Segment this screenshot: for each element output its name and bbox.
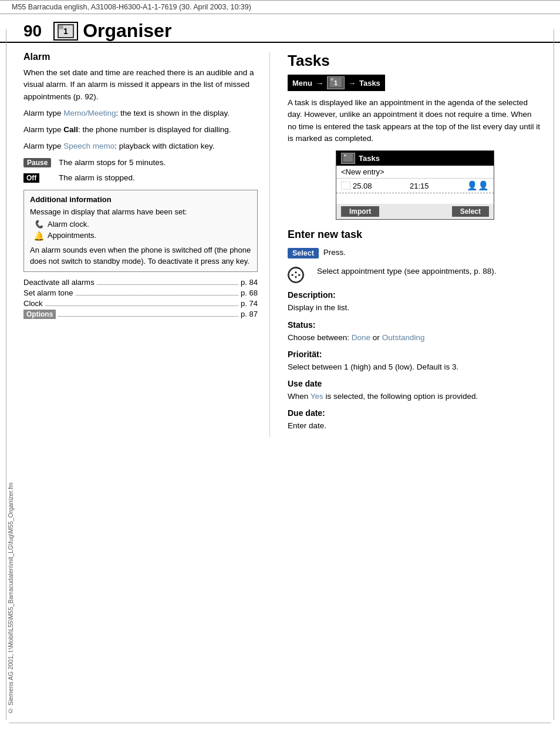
phone-screen: Tasks <New entry> 25.08 21:15 👤👤 Import … xyxy=(336,150,494,220)
right-border xyxy=(554,29,554,720)
description-text: Display in the list. xyxy=(288,302,542,314)
alarm-para3: Alarm type Call: the phone number is dis… xyxy=(23,124,258,136)
bullet-appointments: 🔔 Appointments. xyxy=(30,231,251,241)
toc-label-clock: Clock xyxy=(23,299,43,308)
select-action-row: Select Press. xyxy=(288,247,542,258)
enter-new-task-heading: Enter new task xyxy=(288,229,542,241)
phone-data-row: 25.08 21:15 👤👤 xyxy=(336,179,494,193)
alarm-bell-icon: 🔔 xyxy=(30,231,48,241)
tasks-heading: Tasks xyxy=(288,52,542,70)
footer-line xyxy=(9,723,551,723)
person-icons: 👤👤 xyxy=(467,180,489,191)
nav-action-text: Select appointment type (see appointment… xyxy=(317,266,496,277)
tasks-nav-label: Tasks xyxy=(359,79,380,88)
alarm-term-speech: Speech memo xyxy=(63,142,114,150)
new-entry-text: <New entry> xyxy=(341,167,384,176)
info-box-para: An alarm sounds even when the phone is s… xyxy=(30,245,251,266)
page-title-row: 90 1 Organiser xyxy=(0,14,560,43)
left-border xyxy=(6,29,6,720)
svg-rect-8 xyxy=(341,182,350,190)
new-entry-row: <New entry> xyxy=(336,166,494,179)
phone-screen-title: Tasks xyxy=(336,151,494,166)
alarm-heading: Alarm xyxy=(23,52,258,62)
calendar-icon xyxy=(341,182,350,190)
off-row: Off The alarm is stopped. xyxy=(23,173,258,184)
page-number: 90 xyxy=(23,22,42,41)
phone-screen-icon xyxy=(341,153,355,164)
alarm-para2: Alarm type Memo/Meeting: the text is sho… xyxy=(23,108,258,119)
main-content: Alarm When the set date and time are rea… xyxy=(0,52,560,437)
svg-rect-4 xyxy=(330,78,333,80)
svg-text:1: 1 xyxy=(63,26,68,36)
alarm-section: Alarm When the set date and time are rea… xyxy=(23,52,270,437)
alarm-para4: Alarm type Speech memo: playback with di… xyxy=(23,140,258,152)
status-heading: Status: xyxy=(288,320,542,330)
page-icon: 1 xyxy=(53,22,78,41)
toc-clock: Clock p. 74 xyxy=(23,299,258,308)
tasks-section: Tasks Menu → 1 → Tasks A task is display… xyxy=(270,52,542,437)
prioritat-text: Select between 1 (high) and 5 (low). Def… xyxy=(288,361,542,373)
toc-deactivate: Deactivate all alarms p. 84 xyxy=(23,278,258,287)
phone-time: 21:15 xyxy=(410,182,429,190)
status-text: Choose between: Done or Outstanding xyxy=(288,332,542,344)
due-date-text: Enter date. xyxy=(288,420,542,432)
toc-dots-3 xyxy=(45,305,239,306)
svg-text:▼: ▼ xyxy=(294,275,298,279)
toc-page-deactivate: p. 84 xyxy=(241,278,258,287)
use-date-text: When Yes is selected, the following opti… xyxy=(288,391,542,402)
svg-text:►: ► xyxy=(298,273,301,277)
phone-spacer xyxy=(336,193,494,204)
svg-rect-7 xyxy=(344,155,346,156)
toc-dots-1 xyxy=(97,284,238,285)
toc-page-options: p. 87 xyxy=(241,310,258,318)
bullet-alarm-clock: 📞 Alarm clock. xyxy=(30,220,251,229)
nav-action-row: ▲ ▼ ◄ ► Select appointment type (see app… xyxy=(288,266,542,283)
off-button: Off xyxy=(23,173,39,183)
status-done: Done xyxy=(352,333,370,342)
select-action-text: Press. xyxy=(323,247,346,258)
bullet-alarm-clock-text: Alarm clock. xyxy=(48,220,89,229)
toc-options: Options p. 87 xyxy=(23,310,258,319)
prioritat-heading: Priorität: xyxy=(288,350,542,359)
svg-text:◄: ◄ xyxy=(290,273,294,277)
header-bar: M55 Barracuda english, A31008-H6300-A1-1… xyxy=(0,0,560,14)
due-date-heading: Due date: xyxy=(288,408,542,418)
pause-button: Pause xyxy=(23,158,51,167)
svg-rect-1 xyxy=(59,26,63,29)
select-action-button[interactable]: Select xyxy=(288,248,319,258)
alarm-term-call: Call xyxy=(63,125,78,134)
sidebar-copyright: © Siemens AG 2001, I:\Mobil\L55\M55_Barr… xyxy=(7,47,14,714)
toc-dots-4 xyxy=(58,316,238,317)
info-box-title: Additional information xyxy=(30,195,251,204)
toc-page-alarm-tone: p. 68 xyxy=(241,288,258,297)
use-date-yes: Yes xyxy=(311,392,323,401)
toc-dots-2 xyxy=(76,295,239,296)
phone-buttons: Import Select xyxy=(336,204,494,219)
nav-icon: 1 xyxy=(327,76,345,89)
select-button[interactable]: Select xyxy=(452,206,489,217)
phone-title-text: Tasks xyxy=(359,154,380,163)
page-title: Organiser xyxy=(83,20,171,42)
options-button: Options xyxy=(23,310,56,319)
status-outstanding: Outstanding xyxy=(382,333,425,342)
toc-page-clock: p. 74 xyxy=(241,299,258,308)
toc-alarm-tone: Set alarm tone p. 68 xyxy=(23,288,258,297)
alarm-clock-icon: 📞 xyxy=(30,220,48,229)
toc-label-alarm-tone: Set alarm tone xyxy=(23,288,73,297)
pause-text: The alarm stops for 5 minutes. xyxy=(59,157,166,169)
header-text: M55 Barracuda english, A31008-H6300-A1-1… xyxy=(12,3,251,11)
svg-text:1: 1 xyxy=(334,79,338,86)
pause-row: Pause The alarm stops for 5 minutes. xyxy=(23,157,258,169)
use-date-heading: Use date xyxy=(288,379,542,388)
alarm-term-memo: Memo/Meeting xyxy=(63,109,116,117)
import-button[interactable]: Import xyxy=(341,206,379,217)
svg-text:▲: ▲ xyxy=(294,270,298,274)
bullet-appointments-text: Appointments. xyxy=(48,231,96,240)
toc-label-deactivate: Deactivate all alarms xyxy=(23,278,95,287)
info-box: Additional information Message in displa… xyxy=(23,190,258,272)
menu-navigation: Menu → 1 → Tasks xyxy=(288,75,385,91)
arrow1: → xyxy=(316,79,323,88)
phone-date: 25.08 xyxy=(353,182,372,190)
alarm-para1: When the set date and time are reached t… xyxy=(23,67,258,103)
menu-label: Menu xyxy=(292,79,312,88)
